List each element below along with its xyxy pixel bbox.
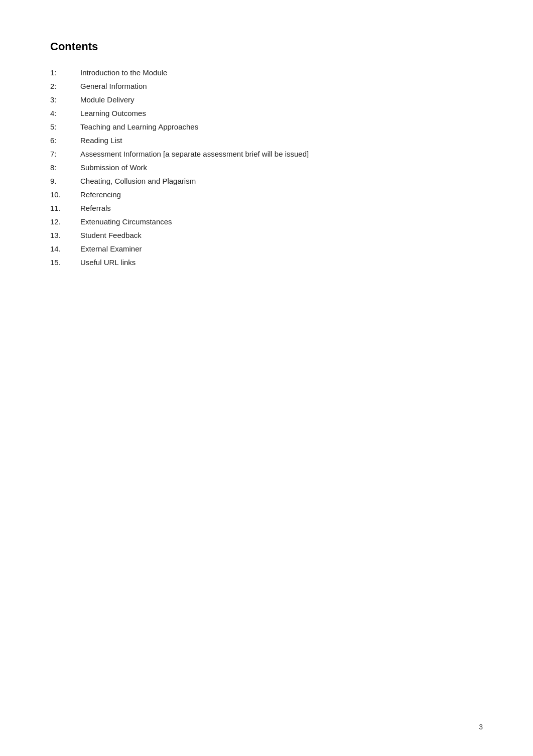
toc-number: 9.	[50, 177, 80, 185]
list-item: 10.Referencing	[50, 190, 483, 199]
toc-label: Module Delivery	[80, 95, 135, 104]
toc-number: 11.	[50, 204, 80, 212]
toc-number: 10.	[50, 190, 80, 199]
toc-number: 15.	[50, 258, 80, 267]
list-item: 11.Referrals	[50, 204, 483, 212]
list-item: 3:Module Delivery	[50, 95, 483, 104]
page: Contents 1:Introduction to the Module2:G…	[0, 0, 533, 756]
toc-label: Assessment Information [a separate asses…	[80, 150, 309, 158]
list-item: 8:Submission of Work	[50, 163, 483, 172]
toc-number: 1:	[50, 68, 80, 77]
toc-label: Useful URL links	[80, 258, 136, 267]
toc-number: 3:	[50, 95, 80, 104]
list-item: 12.Extenuating Circumstances	[50, 217, 483, 226]
toc-number: 14.	[50, 244, 80, 253]
toc-number: 12.	[50, 217, 80, 226]
toc-label: Extenuating Circumstances	[80, 217, 172, 226]
page-title: Contents	[50, 40, 483, 53]
toc-label: Reading List	[80, 136, 122, 145]
toc-label: Introduction to the Module	[80, 68, 167, 77]
toc-label: External Examiner	[80, 244, 142, 253]
toc-number: 6:	[50, 136, 80, 145]
toc-label: General Information	[80, 82, 147, 90]
toc-number: 7:	[50, 150, 80, 158]
table-of-contents: 1:Introduction to the Module2:General In…	[50, 68, 483, 267]
list-item: 7:Assessment Information [a separate ass…	[50, 150, 483, 158]
list-item: 5:Teaching and Learning Approaches	[50, 122, 483, 131]
page-number: 3	[479, 723, 483, 731]
toc-label: Cheating, Collusion and Plagarism	[80, 177, 196, 185]
list-item: 13.Student Feedback	[50, 231, 483, 239]
list-item: 4:Learning Outcomes	[50, 109, 483, 117]
list-item: 2:General Information	[50, 82, 483, 90]
toc-label: Submission of Work	[80, 163, 147, 172]
toc-number: 4:	[50, 109, 80, 117]
toc-label: Referencing	[80, 190, 121, 199]
toc-label: Student Feedback	[80, 231, 142, 239]
list-item: 1:Introduction to the Module	[50, 68, 483, 77]
list-item: 14.External Examiner	[50, 244, 483, 253]
toc-label: Referrals	[80, 204, 111, 212]
toc-number: 5:	[50, 122, 80, 131]
list-item: 15.Useful URL links	[50, 258, 483, 267]
toc-label: Learning Outcomes	[80, 109, 146, 117]
list-item: 6:Reading List	[50, 136, 483, 145]
toc-label: Teaching and Learning Approaches	[80, 122, 198, 131]
toc-number: 8:	[50, 163, 80, 172]
toc-number: 2:	[50, 82, 80, 90]
toc-number: 13.	[50, 231, 80, 239]
list-item: 9.Cheating, Collusion and Plagarism	[50, 177, 483, 185]
